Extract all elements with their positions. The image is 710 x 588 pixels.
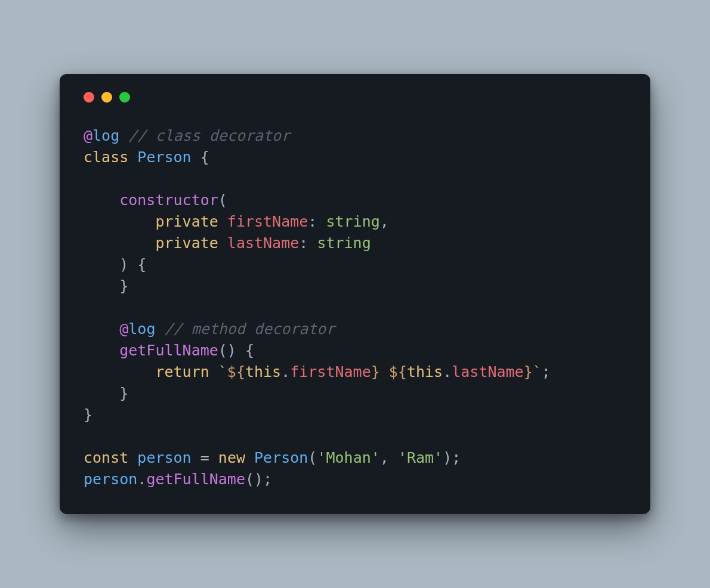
keyword-new: new (218, 449, 245, 466)
keyword-private: private (155, 213, 218, 230)
keyword-this: this (407, 363, 443, 380)
prop-firstname: firstName (290, 363, 371, 380)
type-string: string (326, 213, 379, 230)
keyword-const: const (84, 449, 128, 466)
keyword-class: class (84, 148, 128, 166)
var-person: person (84, 471, 137, 488)
class-name: Person (137, 148, 191, 166)
decorator-name: log (92, 127, 119, 144)
string-ram: 'Ram' (398, 449, 443, 466)
var-person: person (137, 449, 191, 466)
decorator-at: @ (119, 320, 128, 338)
decorator-at: @ (84, 127, 92, 144)
keyword-this: this (245, 363, 281, 380)
comment: // method decorator (165, 320, 335, 338)
constructor: constructor (119, 191, 218, 209)
code-window: @log // class decorator class Person { c… (60, 74, 650, 514)
method-getfullname: getFullName (119, 342, 218, 359)
keyword-return: return (155, 363, 209, 380)
method-getfullname: getFullName (146, 471, 245, 488)
zoom-icon[interactable] (119, 92, 130, 103)
decorator-name: log (128, 320, 155, 338)
class-name: Person (254, 449, 308, 466)
prop-lastname: lastName (452, 363, 523, 380)
window-titlebar (84, 92, 626, 103)
type-string: string (317, 234, 371, 252)
close-icon[interactable] (84, 92, 94, 103)
param-lastname: lastName (227, 234, 299, 252)
param-firstname: firstName (227, 213, 308, 230)
string-mohan: 'Mohan' (317, 449, 379, 466)
code-block: @log // class decorator class Person { c… (84, 125, 626, 490)
keyword-private: private (155, 234, 218, 252)
minimize-icon[interactable] (101, 92, 112, 103)
comment: // class decorator (128, 127, 290, 144)
